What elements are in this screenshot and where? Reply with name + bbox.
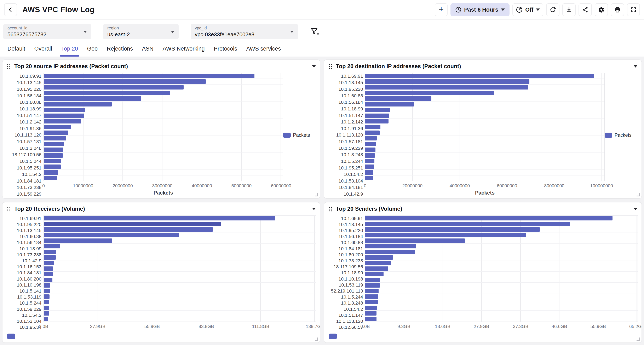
bar[interactable] bbox=[365, 306, 377, 310]
settings-button[interactable] bbox=[595, 3, 608, 16]
bar[interactable] bbox=[365, 130, 380, 135]
bar[interactable] bbox=[365, 261, 391, 265]
panel-menu-caret-icon[interactable] bbox=[634, 208, 637, 210]
drag-handle-icon[interactable] bbox=[7, 64, 11, 70]
bar[interactable] bbox=[44, 306, 49, 310]
tab-default[interactable]: Default bbox=[3, 42, 30, 56]
bar[interactable] bbox=[44, 238, 112, 243]
bar[interactable] bbox=[365, 142, 376, 146]
print-button[interactable] bbox=[611, 3, 624, 16]
bar[interactable] bbox=[365, 91, 494, 95]
bar[interactable] bbox=[365, 125, 380, 129]
bar[interactable] bbox=[44, 294, 50, 299]
add-filter-button[interactable] bbox=[310, 27, 320, 36]
tab-aws-services[interactable]: AWS services bbox=[242, 42, 285, 56]
bar[interactable] bbox=[44, 153, 63, 158]
bar[interactable] bbox=[44, 108, 85, 112]
bar[interactable] bbox=[365, 222, 570, 226]
bar[interactable] bbox=[44, 159, 61, 163]
bar[interactable] bbox=[44, 300, 49, 304]
bar[interactable] bbox=[365, 114, 389, 118]
resize-handle-icon[interactable] bbox=[315, 338, 318, 340]
bar[interactable] bbox=[365, 233, 526, 237]
bar[interactable] bbox=[365, 255, 393, 260]
bar[interactable] bbox=[44, 289, 50, 293]
bar[interactable] bbox=[44, 170, 58, 175]
bar[interactable] bbox=[44, 91, 170, 95]
bar[interactable] bbox=[44, 272, 53, 276]
bar[interactable] bbox=[44, 164, 61, 169]
bar[interactable] bbox=[365, 244, 416, 248]
panel-menu-caret-icon[interactable] bbox=[634, 65, 637, 68]
bar[interactable] bbox=[365, 176, 373, 180]
bar[interactable] bbox=[365, 216, 612, 220]
bar[interactable] bbox=[44, 136, 66, 140]
bar[interactable] bbox=[365, 108, 390, 112]
bar[interactable] bbox=[365, 294, 378, 299]
bar[interactable] bbox=[365, 102, 414, 106]
bar[interactable] bbox=[365, 250, 415, 254]
download-button[interactable] bbox=[562, 3, 576, 16]
bar[interactable] bbox=[44, 119, 81, 124]
legend-item[interactable]: Packets bbox=[283, 132, 310, 138]
bar[interactable] bbox=[365, 74, 594, 78]
tab-asn[interactable]: ASN bbox=[138, 42, 158, 56]
bar[interactable] bbox=[365, 311, 376, 316]
bar[interactable] bbox=[44, 130, 68, 135]
bar[interactable] bbox=[44, 148, 63, 152]
bar[interactable] bbox=[365, 159, 374, 163]
tab-overall[interactable]: Overall bbox=[30, 42, 57, 56]
bar[interactable] bbox=[365, 170, 374, 175]
bar[interactable] bbox=[44, 233, 178, 237]
tab-protocols[interactable]: Protocols bbox=[209, 42, 242, 56]
bar[interactable] bbox=[365, 85, 528, 90]
resize-handle-icon[interactable] bbox=[636, 338, 640, 340]
panel-menu-caret-icon[interactable] bbox=[312, 65, 316, 68]
bar[interactable] bbox=[365, 119, 388, 124]
filter-region[interactable]: region us-east-2 bbox=[103, 24, 178, 39]
filter-account-id[interactable]: account_id 5653276575732 bbox=[3, 24, 91, 39]
bar[interactable] bbox=[44, 176, 57, 180]
bar[interactable] bbox=[44, 85, 184, 90]
bar[interactable] bbox=[365, 289, 378, 293]
tab-rejections[interactable]: Rejections bbox=[102, 42, 138, 56]
legend-swatch-icon[interactable] bbox=[329, 334, 337, 339]
bar[interactable] bbox=[365, 164, 374, 169]
drag-handle-icon[interactable] bbox=[328, 206, 332, 212]
bar[interactable] bbox=[44, 142, 64, 146]
bar[interactable] bbox=[365, 79, 530, 84]
refresh-button[interactable] bbox=[546, 3, 560, 16]
time-range-button[interactable]: Past 6 Hours bbox=[450, 3, 510, 16]
bar[interactable] bbox=[44, 102, 112, 106]
drag-handle-icon[interactable] bbox=[328, 64, 332, 70]
bar[interactable] bbox=[44, 255, 56, 260]
back-button[interactable] bbox=[4, 3, 17, 16]
tab-geo[interactable]: Geo bbox=[82, 42, 102, 56]
resize-handle-icon[interactable] bbox=[315, 193, 318, 196]
bar[interactable] bbox=[44, 114, 84, 118]
resize-handle-icon[interactable] bbox=[636, 193, 640, 196]
bar[interactable] bbox=[365, 278, 380, 282]
bar[interactable] bbox=[365, 317, 376, 321]
bar[interactable] bbox=[44, 125, 71, 129]
bar[interactable] bbox=[44, 250, 56, 254]
tab-top-20[interactable]: Top 20 bbox=[56, 42, 82, 56]
fullscreen-button[interactable] bbox=[627, 3, 640, 16]
share-button[interactable] bbox=[578, 3, 592, 16]
bar[interactable] bbox=[44, 283, 50, 288]
tab-aws-networking[interactable]: AWS Networking bbox=[158, 42, 209, 56]
bar[interactable] bbox=[44, 261, 54, 265]
bar[interactable] bbox=[365, 300, 378, 304]
auto-refresh-button[interactable]: Off bbox=[512, 3, 543, 16]
bar[interactable] bbox=[44, 311, 49, 316]
bar[interactable] bbox=[44, 222, 221, 226]
bar[interactable] bbox=[365, 227, 540, 232]
bar[interactable] bbox=[44, 266, 53, 271]
drag-handle-icon[interactable] bbox=[7, 206, 11, 212]
filter-vpc-id[interactable]: vpc_id vpc-03e33fe1eae7002e8 bbox=[191, 24, 298, 39]
bar[interactable] bbox=[365, 266, 388, 271]
bar[interactable] bbox=[44, 227, 213, 232]
bar[interactable] bbox=[365, 238, 465, 243]
bar[interactable] bbox=[365, 153, 375, 158]
bar[interactable] bbox=[44, 74, 254, 78]
